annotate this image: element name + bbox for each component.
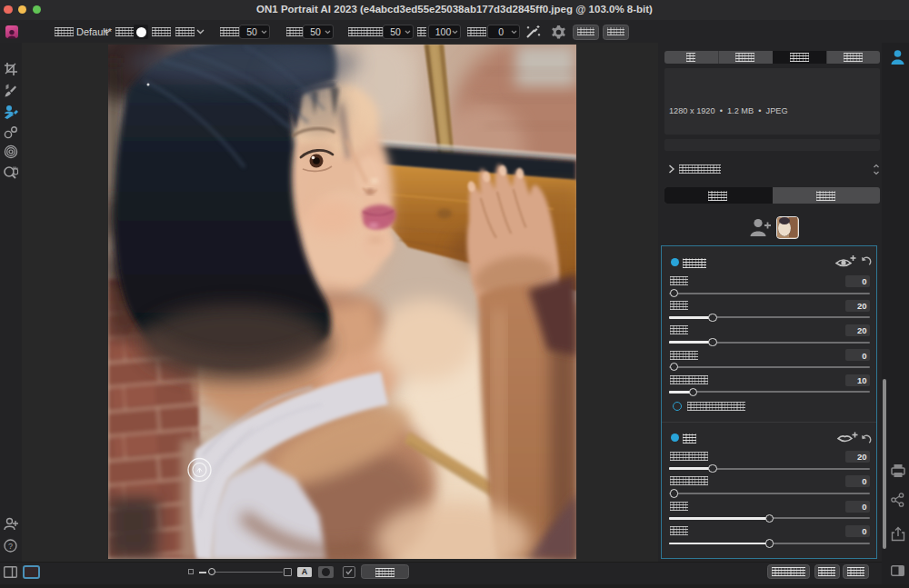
svg-text:?: ?: [8, 542, 13, 551]
